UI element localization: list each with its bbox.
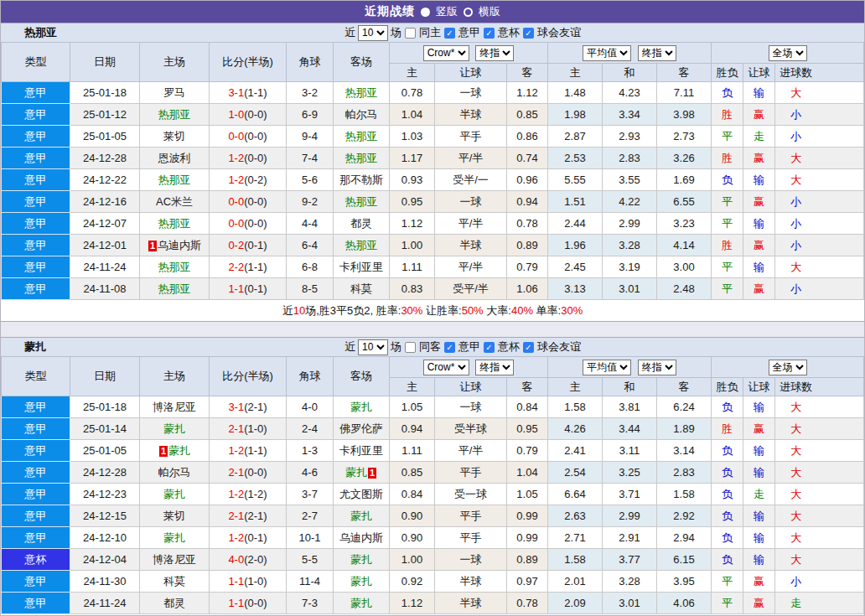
score-cell: 3-1(2-1) [210, 396, 287, 418]
score-cell: 2-1(2-1) [210, 505, 287, 527]
date-cell: 25-01-12 [70, 104, 140, 126]
handicap-odds-cell: 1.03 [390, 126, 435, 148]
team-name: 热那亚 [345, 86, 378, 99]
handicap-odds-cell: 半球 [435, 235, 507, 256]
corner-cell: 3-7 [287, 484, 334, 505]
avg-stage-select[interactable]: 终指 [638, 45, 676, 61]
fulltime-score: 1-1 [228, 597, 244, 609]
table-row: 意甲24-11-24都灵1-1(0-0)7-3蒙扎1.12半球0.782.093… [2, 593, 864, 614]
average-odds-cell: 2.83 [657, 462, 712, 484]
score-cell: 1-1(1-0) [210, 571, 287, 593]
score-cell: 1-1(0-0) [210, 593, 287, 614]
same-venue-checkbox[interactable] [405, 342, 416, 353]
filter-checkbox-serie-a[interactable] [444, 28, 455, 39]
team-name: 热那亚 [345, 152, 378, 164]
league-type-cell: 意甲 [2, 396, 70, 418]
league-type-cell: 意甲 [2, 462, 70, 484]
scope-select[interactable]: 全场 [769, 360, 807, 375]
recent-count-select[interactable]: 10 [358, 25, 388, 41]
team-name: 蒙扎 [163, 488, 185, 500]
filter-checkbox-coppa[interactable] [484, 28, 495, 39]
average-select[interactable]: 平均值 [583, 45, 631, 61]
column-header-home-avg: 主 [548, 64, 603, 82]
handicap-odds-cell: 0.83 [390, 278, 435, 300]
filter-checkbox-friendly[interactable] [523, 28, 534, 39]
handicap-odds-cell: 半球 [435, 571, 507, 593]
result-cell: 大 [775, 82, 817, 104]
table-row: 意甲24-12-28恩波利1-2(0-0)7-4热那亚1.17平/半0.742.… [2, 148, 864, 169]
result-cell: 赢 [743, 418, 775, 440]
filter-checkbox-coppa[interactable] [484, 342, 495, 353]
league-type-cell: 意甲 [2, 235, 70, 256]
date-cell: 24-12-28 [70, 148, 140, 169]
filter-checkbox-serie-a[interactable] [444, 342, 455, 353]
result-cell: 输 [743, 82, 775, 104]
average-odds-cell: 1.58 [657, 484, 712, 505]
table-row: 意甲24-11-24热那亚2-2(1-1)6-8卡利亚里1.11平/半0.792… [2, 256, 864, 278]
home-team-cell: 罗马 [140, 82, 210, 104]
score-cell: 0-2(0-1) [210, 235, 287, 256]
home-team-cell: 博洛尼亚 [140, 396, 210, 418]
fulltime-score: 2-1 [228, 466, 244, 479]
result-cell: 大 [775, 169, 817, 191]
average-odds-cell: 7.11 [657, 82, 712, 104]
bookmaker-select[interactable]: Crow* [423, 45, 469, 61]
team-name: 蒙扎 [350, 575, 372, 588]
handicap-odds-cell: 一球 [435, 396, 507, 418]
handicap-odds-cell: 平手 [435, 126, 507, 148]
result-cell: 负 [712, 82, 743, 104]
radio-vertical-label[interactable]: 竖版 [436, 4, 458, 19]
handicap-odds-cell: 受半/一 [435, 169, 507, 191]
handicap-odds-cell: 1.06 [507, 278, 548, 300]
column-header-home-avg: 主 [548, 378, 603, 396]
handicap-odds-cell: 1.00 [390, 549, 435, 571]
stage-select[interactable]: 终指 [475, 360, 514, 375]
away-team-cell: 热那亚 [334, 191, 390, 213]
table-row: 意甲25-01-18罗马3-1(1-1)3-2热那亚0.78一球1.121.48… [2, 82, 864, 104]
handicap-odds-cell: 0.99 [507, 527, 548, 549]
fulltime-score: 1-2 [228, 152, 244, 164]
score-cell: 0-0(0-0) [210, 191, 287, 213]
recent-label: 近 [344, 339, 355, 355]
halftime-score: (2-1) [244, 401, 267, 413]
table-row: 意甲24-11-08热那亚1-1(0-1)8-5科莫0.83受平/半1.063.… [2, 278, 864, 300]
score-cell: 1-2(0-2) [210, 169, 287, 191]
filter-checkbox-friendly[interactable] [523, 342, 534, 353]
corner-cell: 7-4 [287, 148, 334, 169]
column-header-score: 比分(半场) [210, 357, 287, 396]
average-odds-cell: 3.81 [603, 396, 657, 418]
column-header-draw-avg: 和 [603, 378, 657, 396]
average-odds-cell: 2.54 [548, 462, 603, 484]
recent-count-select[interactable]: 10 [358, 339, 388, 355]
stage-select[interactable]: 终指 [475, 45, 514, 61]
filler-cell [817, 278, 864, 300]
average-odds-cell: 1.98 [548, 104, 603, 126]
table-row: 意甲24-12-011乌迪内斯0-2(0-1)6-4热那亚1.00半球0.891… [2, 235, 864, 256]
column-header-handicap: 让球 [435, 378, 507, 396]
handicap-odds-cell: 1.05 [390, 396, 435, 418]
handicap-odds-cell: 平/半 [435, 148, 507, 169]
section-divider [1, 322, 864, 337]
average-odds-cell: 3.23 [657, 213, 712, 235]
fulltime-score: 1-1 [228, 282, 244, 295]
corner-cell: 1-3 [287, 440, 334, 462]
average-odds-group: 平均值 终指 [548, 43, 712, 64]
average-odds-cell: 3.13 [548, 278, 603, 300]
bookmaker-select[interactable]: Crow* [423, 360, 469, 375]
same-venue-checkbox[interactable] [405, 28, 416, 39]
avg-stage-select[interactable]: 终指 [638, 360, 676, 375]
average-odds-cell: 2.73 [657, 126, 712, 148]
average-select[interactable]: 平均值 [583, 360, 631, 375]
radio-vertical-selected-icon[interactable] [421, 8, 430, 17]
radio-horizontal-icon[interactable] [464, 8, 473, 17]
radio-horizontal-label[interactable]: 横版 [479, 4, 500, 19]
team-name: 博洛尼亚 [153, 553, 196, 566]
home-team-cell: 热那亚 [140, 256, 210, 278]
handicap-odds-cell: 平手 [435, 462, 507, 484]
corner-cell: 9-4 [287, 126, 334, 148]
result-cell: 赢 [743, 593, 775, 614]
league-type-cell: 意甲 [2, 169, 70, 191]
halftime-score: (1-0) [244, 575, 267, 588]
scope-select[interactable]: 全场 [769, 45, 807, 61]
average-odds-cell: 4.06 [657, 593, 712, 614]
